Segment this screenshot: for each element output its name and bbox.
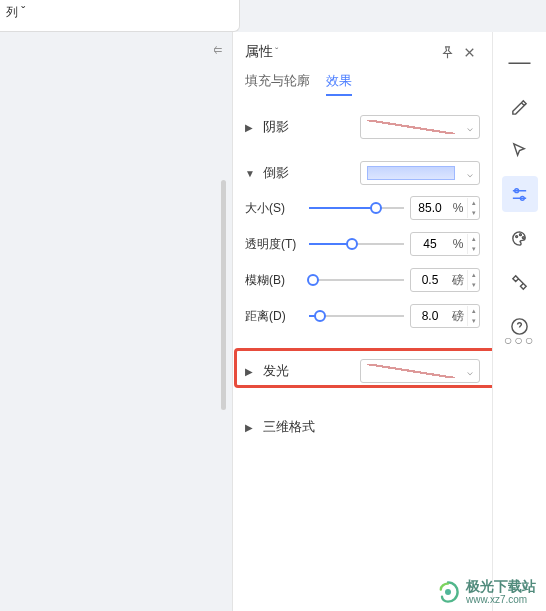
opacity-row: 透明度(T) % ▴▾: [245, 230, 480, 258]
size-row: 大小(S) % ▴▾: [245, 194, 480, 222]
collapse-panel-handle[interactable]: [210, 40, 226, 60]
chevron-down-icon: ˇ: [275, 47, 278, 58]
threed-label: 三维格式: [263, 418, 315, 436]
watermark-name: 极光下载站: [466, 579, 536, 594]
corner-text: 列 ˇ: [6, 5, 25, 19]
tools-button[interactable]: [502, 264, 538, 300]
minimize-button[interactable]: —: [502, 44, 538, 80]
up-icon[interactable]: ▴: [468, 270, 479, 280]
swatch-reflection-icon: [367, 166, 455, 180]
collapse-caret-icon[interactable]: ▶: [245, 422, 255, 433]
down-icon[interactable]: ▾: [468, 280, 479, 290]
more-button[interactable]: ○○○: [504, 332, 535, 348]
distance-unit: 磅: [449, 308, 467, 325]
settings-tool-button[interactable]: [502, 176, 538, 212]
panel-tabs: 填充与轮廓 效果: [233, 72, 492, 104]
blur-row: 模糊(B) 磅 ▴▾: [245, 266, 480, 294]
select-tool-button[interactable]: [502, 132, 538, 168]
down-icon[interactable]: ▾: [468, 316, 479, 326]
glow-preset-select[interactable]: ⌵: [360, 359, 480, 383]
properties-panel: 属性 ˇ 填充与轮廓 效果 ▶ 阴影 ⌵ ▼ 倒影: [232, 32, 492, 611]
swatch-none-icon: [367, 120, 455, 134]
size-label: 大小(S): [245, 200, 303, 217]
watermark: 极光下载站 www.xz7.com: [436, 579, 536, 605]
pin-button[interactable]: [436, 41, 458, 63]
panel-header: 属性 ˇ: [233, 32, 492, 72]
shadow-label: 阴影: [263, 118, 289, 136]
swatch-none-icon: [367, 364, 455, 378]
opacity-unit: %: [449, 237, 467, 251]
close-button[interactable]: [458, 41, 480, 63]
collapse-caret-icon[interactable]: ▶: [245, 366, 255, 377]
collapse-caret-icon[interactable]: ▶: [245, 122, 255, 133]
blur-input[interactable]: [411, 273, 449, 287]
up-icon[interactable]: ▴: [468, 198, 479, 208]
tab-effects[interactable]: 效果: [326, 72, 352, 96]
palette-tool-button[interactable]: [502, 220, 538, 256]
expand-caret-icon[interactable]: ▼: [245, 168, 255, 179]
chevron-down-icon: ⌵: [461, 366, 479, 377]
up-icon[interactable]: ▴: [468, 306, 479, 316]
reflection-controls: 大小(S) % ▴▾ 透明度(T) % ▴▾ 模糊(B): [233, 190, 492, 342]
opacity-label: 透明度(T): [245, 236, 303, 253]
blur-slider[interactable]: [309, 270, 404, 290]
shadow-preset-select[interactable]: ⌵: [360, 115, 480, 139]
up-icon[interactable]: ▴: [468, 234, 479, 244]
panel-title[interactable]: 属性 ˇ: [245, 43, 436, 61]
distance-row: 距离(D) 磅 ▴▾: [245, 302, 480, 330]
right-toolbar: — ○○○: [492, 32, 546, 611]
section-reflection: ▼ 倒影 ⌵: [233, 150, 492, 190]
svg-point-3: [520, 233, 522, 235]
reflection-label: 倒影: [263, 164, 289, 182]
reflection-preset-select[interactable]: ⌵: [360, 161, 480, 185]
edit-tool-button[interactable]: [502, 88, 538, 124]
down-icon[interactable]: ▾: [468, 244, 479, 254]
section-glow: ▶ 发光 ⌵: [233, 348, 492, 394]
glow-label: 发光: [263, 362, 289, 380]
scrollbar[interactable]: [221, 180, 226, 410]
chevron-down-icon: ⌵: [461, 168, 479, 179]
chevron-down-icon: ⌵: [461, 122, 479, 133]
svg-point-4: [522, 236, 524, 238]
distance-spinner[interactable]: 磅 ▴▾: [410, 304, 480, 328]
opacity-input[interactable]: [411, 237, 449, 251]
panel-title-text: 属性: [245, 43, 273, 61]
section-shadow: ▶ 阴影 ⌵: [233, 104, 492, 150]
opacity-spinner[interactable]: % ▴▾: [410, 232, 480, 256]
size-spinner[interactable]: % ▴▾: [410, 196, 480, 220]
distance-input[interactable]: [411, 309, 449, 323]
corner-fragment: 列 ˇ: [0, 0, 240, 32]
section-threed: ▶ 三维格式: [233, 404, 492, 450]
logo-icon: [436, 580, 460, 604]
distance-slider[interactable]: [309, 306, 404, 326]
svg-point-2: [516, 235, 518, 237]
down-icon[interactable]: ▾: [468, 208, 479, 218]
opacity-slider[interactable]: [309, 234, 404, 254]
distance-label: 距离(D): [245, 308, 303, 325]
svg-point-6: [445, 589, 451, 595]
size-unit: %: [449, 201, 467, 215]
watermark-url: www.xz7.com: [466, 594, 536, 605]
blur-label: 模糊(B): [245, 272, 303, 289]
blur-unit: 磅: [449, 272, 467, 289]
size-slider[interactable]: [309, 198, 404, 218]
tab-fill-outline[interactable]: 填充与轮廓: [245, 72, 310, 96]
blur-spinner[interactable]: 磅 ▴▾: [410, 268, 480, 292]
size-input[interactable]: [411, 201, 449, 215]
